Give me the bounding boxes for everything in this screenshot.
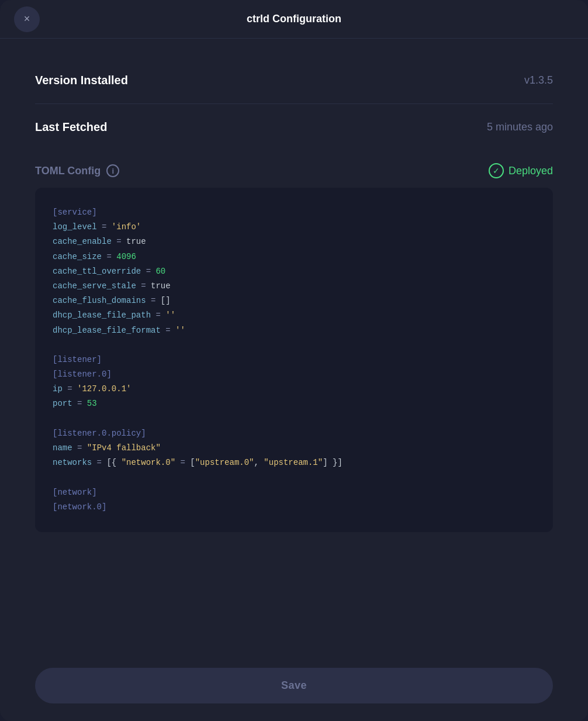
toml-section: TOML Config i ✓ Deployed [service] log_l…: [35, 163, 553, 633]
code-line: [service]: [53, 205, 535, 220]
toml-title-group: TOML Config i: [35, 164, 119, 177]
code-line: port = 53: [53, 396, 535, 411]
version-value: v1.3.5: [524, 74, 553, 87]
code-line: ip = '127.0.0.1': [53, 382, 535, 396]
modal-footer: Save: [0, 656, 588, 721]
code-line: log_level = 'info': [53, 220, 535, 234]
version-row: Version Installed v1.3.5: [35, 62, 553, 99]
code-line-empty: [53, 338, 535, 353]
code-line: dhcp_lease_file_path = '': [53, 308, 535, 323]
deployed-badge: ✓ Deployed: [489, 163, 553, 178]
code-block: [service] log_level = 'info' cache_enabl…: [35, 188, 553, 532]
code-line: [network.0]: [53, 500, 535, 515]
modal-content: Version Installed v1.3.5 Last Fetched 5 …: [0, 39, 588, 656]
code-line: dhcp_lease_file_format = '': [53, 323, 535, 338]
close-icon: ×: [24, 13, 30, 25]
code-line: [listener.0]: [53, 367, 535, 382]
code-line: cache_size = 4096: [53, 250, 535, 264]
toml-header: TOML Config i ✓ Deployed: [35, 163, 553, 178]
save-button[interactable]: Save: [35, 668, 553, 703]
last-fetched-row: Last Fetched 5 minutes ago: [35, 109, 553, 146]
code-line: [network]: [53, 485, 535, 500]
modal-header: × ctrld Configuration: [0, 0, 588, 39]
code-line: [listener]: [53, 353, 535, 367]
code-line: networks = [{ "network.0" = ["upstream.0…: [53, 456, 535, 470]
code-line: cache_enable = true: [53, 234, 535, 249]
code-line: cache_ttl_override = 60: [53, 264, 535, 279]
info-icon[interactable]: i: [106, 164, 119, 177]
code-line-empty: [53, 412, 535, 426]
modal-title: ctrld Configuration: [247, 13, 341, 25]
code-line: name = "IPv4 fallback": [53, 441, 535, 456]
code-line: [listener.0.policy]: [53, 426, 535, 441]
version-label: Version Installed: [35, 74, 128, 87]
deployed-label: Deployed: [509, 165, 553, 177]
last-fetched-value: 5 minutes ago: [487, 121, 553, 133]
divider: [35, 104, 553, 104]
modal-container: × ctrld Configuration Version Installed …: [0, 0, 588, 721]
toml-title: TOML Config: [35, 165, 101, 177]
code-line: cache_serve_stale = true: [53, 279, 535, 294]
code-line-empty: [53, 470, 535, 485]
close-button[interactable]: ×: [14, 6, 40, 32]
code-line-cache-flush: cache_flush_domains = []: [53, 294, 535, 308]
deployed-check-icon: ✓: [489, 163, 504, 178]
last-fetched-label: Last Fetched: [35, 120, 107, 134]
